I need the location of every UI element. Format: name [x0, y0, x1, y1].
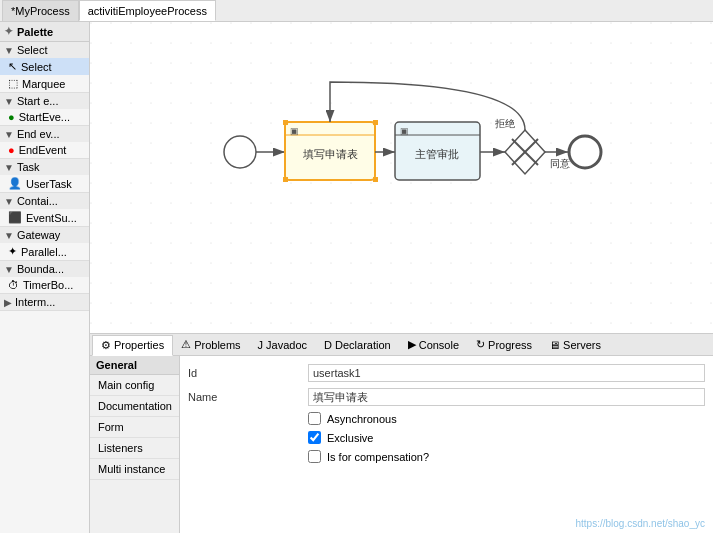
- bpmn-diagram-svg: ▣ 填写申请表 ▣ 主管审批: [90, 22, 713, 333]
- palette-item-select[interactable]: ↖ Select: [0, 58, 89, 75]
- collapse-icon-5: ▼: [4, 196, 14, 207]
- sel-handle-tr[interactable]: [373, 120, 378, 125]
- palette-group-gateway-header[interactable]: ▼ Gateway: [0, 227, 89, 243]
- palette-item-usertask[interactable]: 👤 UserTask: [0, 175, 89, 192]
- palette-group-task: ▼ Task 👤 UserTask: [0, 159, 89, 193]
- asynchronous-checkbox[interactable]: [308, 412, 321, 425]
- palette-item-startevent[interactable]: ● StartEve...: [0, 109, 89, 125]
- gateway-reject-label: 拒绝: [494, 118, 515, 129]
- compensation-label: Is for compensation?: [327, 451, 429, 463]
- editor-tabs: *MyProcess activitiEmployeeProcess: [0, 0, 713, 22]
- start-event-node[interactable]: [224, 136, 256, 168]
- palette-item-parallel[interactable]: ✦ Parallel...: [0, 243, 89, 260]
- group-task-label: Task: [17, 161, 40, 173]
- palette-group-select-header[interactable]: ▼ Select: [0, 42, 89, 58]
- id-label: Id: [188, 367, 308, 379]
- palette-group-end-header[interactable]: ▼ End ev...: [0, 126, 89, 142]
- cursor-icon: ↖: [8, 60, 17, 73]
- group-end-label: End ev...: [17, 128, 60, 140]
- group-gateway-label: Gateway: [17, 229, 60, 241]
- progress-icon: ↻: [476, 338, 485, 351]
- palette-sidebar: ✦ Palette ▼ Select ↖ Select ⬚ Marquee: [0, 22, 90, 533]
- palette-group-gateway: ▼ Gateway ✦ Parallel...: [0, 227, 89, 261]
- problems-icon: ⚠: [181, 338, 191, 351]
- palette-item-usertask-label: UserTask: [26, 178, 72, 190]
- prop-nav-form[interactable]: Form: [90, 417, 179, 438]
- palette-item-eventsubprocess-label: EventSu...: [26, 212, 77, 224]
- group-intermediate-label: Interm...: [15, 296, 55, 308]
- group-boundary-label: Bounda...: [17, 263, 64, 275]
- palette-item-select-label: Select: [21, 61, 52, 73]
- sel-handle-bl[interactable]: [283, 177, 288, 182]
- palette-item-endevent[interactable]: ● EndEvent: [0, 142, 89, 158]
- palette-scroll[interactable]: ▼ Select ↖ Select ⬚ Marquee ▼ Start e...: [0, 42, 89, 533]
- tab-properties[interactable]: ⚙ Properties: [92, 335, 173, 356]
- palette-item-endevent-label: EndEvent: [19, 144, 67, 156]
- palette-item-eventsubprocess[interactable]: ⬛ EventSu...: [0, 209, 89, 226]
- palette-group-container: ▼ Contai... ⬛ EventSu...: [0, 193, 89, 227]
- task2-label: 主管审批: [415, 148, 459, 160]
- gateway-approve-label: 同意: [550, 158, 570, 169]
- collapse-icon: ▼: [4, 45, 14, 56]
- palette-group-boundary: ▼ Bounda... ⏱ TimerBo...: [0, 261, 89, 294]
- palette-group-select: ▼ Select ↖ Select ⬚ Marquee: [0, 42, 89, 93]
- palette-group-intermediate-header[interactable]: ▶ Interm...: [0, 294, 89, 310]
- prop-nav-main-config[interactable]: Main config: [90, 375, 179, 396]
- javadoc-icon: J: [258, 339, 264, 351]
- marquee-icon: ⬚: [8, 77, 18, 90]
- tab-console-label: Console: [419, 339, 459, 351]
- id-input[interactable]: [308, 364, 705, 382]
- tab-activiti[interactable]: activitiEmployeeProcess: [79, 0, 216, 21]
- bpmn-canvas[interactable]: ▣ 填写申请表 ▣ 主管审批: [90, 22, 713, 333]
- group-container-label: Contai...: [17, 195, 58, 207]
- sel-handle-tl[interactable]: [283, 120, 288, 125]
- palette-group-end: ▼ End ev... ● EndEvent: [0, 126, 89, 159]
- name-input[interactable]: [308, 388, 705, 406]
- prop-row-id: Id: [188, 364, 705, 382]
- tab-myprocess[interactable]: *MyProcess: [2, 0, 79, 21]
- collapse-icon-2: ▼: [4, 96, 14, 107]
- palette-item-parallel-label: Parallel...: [21, 246, 67, 258]
- user-task-icon: 👤: [8, 177, 22, 190]
- palette-group-start: ▼ Start e... ● StartEve...: [0, 93, 89, 126]
- end-event-node[interactable]: [569, 136, 601, 168]
- tab-console[interactable]: ▶ Console: [400, 334, 468, 355]
- tab-problems-label: Problems: [194, 339, 240, 351]
- compensation-checkbox[interactable]: [308, 450, 321, 463]
- properties-content: General Main config Documentation Form L…: [90, 356, 713, 533]
- exclusive-checkbox[interactable]: [308, 431, 321, 444]
- prop-row-exclusive: Exclusive: [188, 431, 705, 444]
- tab-declaration-label: Declaration: [335, 339, 391, 351]
- prop-nav-listeners[interactable]: Listeners: [90, 438, 179, 459]
- palette-item-marquee[interactable]: ⬚ Marquee: [0, 75, 89, 92]
- sel-handle-br[interactable]: [373, 177, 378, 182]
- right-content: ▣ 填写申请表 ▣ 主管审批: [90, 22, 713, 533]
- bottom-tabs: ⚙ Properties ⚠ Problems J Javadoc D Decl…: [90, 334, 713, 356]
- main-layout: ✦ Palette ▼ Select ↖ Select ⬚ Marquee: [0, 22, 713, 533]
- group-start-label: Start e...: [17, 95, 59, 107]
- tab-declaration[interactable]: D Declaration: [316, 334, 400, 355]
- prop-row-name: Name: [188, 388, 705, 406]
- palette-title: Palette: [17, 26, 53, 38]
- tab-servers[interactable]: 🖥 Servers: [541, 334, 610, 355]
- prop-nav-multi-instance[interactable]: Multi instance: [90, 459, 179, 480]
- tab-progress[interactable]: ↻ Progress: [468, 334, 541, 355]
- watermark: https://blog.csdn.net/shao_yc: [575, 518, 705, 529]
- declaration-icon: D: [324, 339, 332, 351]
- tab-properties-label: Properties: [114, 339, 164, 351]
- palette-group-task-header[interactable]: ▼ Task: [0, 159, 89, 175]
- prop-nav-documentation[interactable]: Documentation: [90, 396, 179, 417]
- palette-group-boundary-header[interactable]: ▼ Bounda...: [0, 261, 89, 277]
- bottom-panel: ⚙ Properties ⚠ Problems J Javadoc D Decl…: [90, 333, 713, 533]
- end-event-icon: ●: [8, 144, 15, 156]
- prop-row-compensation: Is for compensation?: [188, 450, 705, 463]
- asynchronous-label: Asynchronous: [327, 413, 397, 425]
- tab-javadoc-label: Javadoc: [266, 339, 307, 351]
- tab-problems[interactable]: ⚠ Problems: [173, 334, 249, 355]
- palette-item-timerboundary[interactable]: ⏱ TimerBo...: [0, 277, 89, 293]
- tab-javadoc[interactable]: J Javadoc: [250, 334, 316, 355]
- properties-icon: ⚙: [101, 339, 111, 352]
- collapse-icon-6: ▼: [4, 230, 14, 241]
- palette-group-start-header[interactable]: ▼ Start e...: [0, 93, 89, 109]
- palette-group-container-header[interactable]: ▼ Contai...: [0, 193, 89, 209]
